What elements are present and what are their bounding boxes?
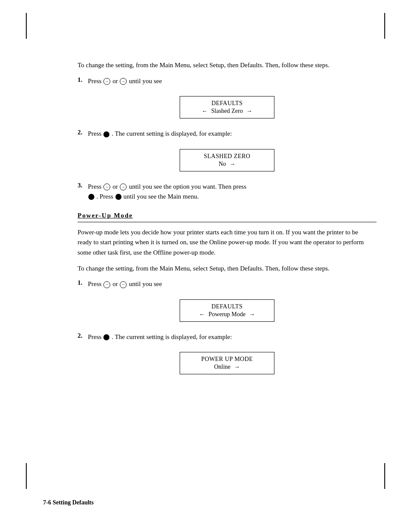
minus-button-1a[interactable] — [103, 78, 110, 85]
power-lcd2-title: POWER UP MODE — [193, 356, 261, 363]
power-lcd-box-1-wrapper: DEFAULTS ← Powerup Mode → — [78, 295, 377, 326]
lcd1-left-arrow: ← — [202, 108, 208, 115]
power-lcd-box-2: POWER UP MODE Online → — [180, 352, 274, 374]
power-step-1-num: 1. — [78, 279, 86, 286]
power-lcd-box-2-wrapper: POWER UP MODE Online → — [78, 348, 377, 379]
power-minus-1b[interactable] — [120, 281, 127, 288]
border-top-right — [384, 13, 385, 39]
step-3: 3. Press or until you see the option you… — [78, 182, 371, 202]
power-lcd1-label: Powerup Mode — [209, 311, 246, 318]
power-lcd-box-1: DEFAULTS ← Powerup Mode → — [180, 299, 274, 322]
power-lcd2-row: Online → — [193, 364, 261, 370]
step-3-until2: until you see the Main menu. — [123, 193, 199, 200]
lcd-box-2: SLASHED ZERO No → — [180, 149, 274, 171]
lcd2-row: No → — [193, 161, 261, 168]
lcd-box-2-wrapper: SLASHED ZERO No → — [78, 145, 377, 176]
border-top-left — [26, 13, 27, 39]
step-1: 1. Press or until you see — [78, 76, 371, 86]
lcd-box-1-wrapper: DEFAULTS ← Slashed Zero → — [78, 92, 377, 123]
border-bottom-left — [26, 463, 27, 489]
step-3-content: Press or until you see the option you wa… — [88, 182, 371, 202]
power-step-1-until: until you see — [129, 280, 162, 287]
power-lcd1-right-arrow: → — [249, 311, 255, 318]
step-3-or: or — [112, 183, 119, 190]
step-2-content: Press . The current setting is displayed… — [88, 129, 371, 139]
step-1-press: Press — [88, 78, 102, 84]
step-2-press: Press — [88, 130, 102, 137]
power-step-2-content: Press . The current setting is displayed… — [88, 332, 371, 342]
power-lcd1-title: DEFAULTS — [193, 303, 261, 310]
lcd1-row: ← Slashed Zero → — [193, 108, 261, 115]
power-lcd2-label: Online — [214, 364, 230, 370]
power-step-2-desc: . The current setting is displayed, for … — [112, 333, 232, 340]
bullet-button-2[interactable] — [103, 131, 109, 137]
step-1-num: 1. — [78, 76, 86, 84]
lcd-box-1: DEFAULTS ← Slashed Zero → — [180, 96, 274, 118]
slashed-zero-intro: To change the setting, from the Main Men… — [78, 60, 371, 70]
step-3-press1: Press — [88, 183, 102, 190]
power-step-1-press: Press — [88, 280, 102, 287]
step-3-press2: . Press — [97, 193, 113, 200]
power-bullet-2[interactable] — [103, 334, 109, 340]
lcd1-title: DEFAULTS — [193, 100, 261, 107]
power-lcd2-right-arrow: → — [234, 364, 240, 370]
minus-button-3b[interactable] — [120, 184, 127, 190]
power-up-intro: To change the setting, from the Main Men… — [78, 264, 371, 274]
main-content: To change the setting, from the Main Men… — [78, 60, 377, 379]
lcd1-right-arrow: → — [246, 108, 252, 115]
border-bottom-right — [384, 463, 385, 489]
lcd2-right-arrow: → — [230, 161, 236, 168]
lcd2-title: SLASHED ZERO — [193, 153, 261, 160]
power-step-2-num: 2. — [78, 332, 86, 339]
power-step-1: 1. Press or until you see — [78, 279, 371, 289]
power-minus-1a[interactable] — [103, 281, 110, 288]
step-1-content: Press or until you see — [88, 76, 371, 86]
step-2-desc: . The current setting is displayed, for … — [112, 130, 232, 137]
power-step-2-press: Press — [88, 333, 102, 340]
power-step-2: 2. Press . The current setting is displa… — [78, 332, 371, 342]
bullet-button-3b[interactable] — [115, 194, 121, 200]
minus-button-1b[interactable] — [120, 78, 127, 85]
power-lcd1-left-arrow: ← — [199, 311, 205, 318]
power-up-body: Power-up mode lets you decide how your p… — [78, 227, 371, 258]
step-2-num: 2. — [78, 129, 86, 136]
minus-button-3a[interactable] — [103, 184, 110, 190]
step-1-or: or — [112, 78, 119, 84]
step-1-until: until you see — [129, 78, 162, 84]
bullet-button-3a[interactable] — [88, 194, 94, 200]
power-step-1-or: or — [112, 280, 119, 287]
footer: 7-6 Setting Defaults — [43, 499, 93, 506]
lcd2-label: No — [218, 161, 226, 168]
step-2: 2. Press . The current setting is displa… — [78, 129, 371, 139]
step-3-until1: until you see the option you want. Then … — [129, 183, 246, 190]
section-divider — [78, 222, 377, 222]
power-lcd1-row: ← Powerup Mode → — [193, 311, 261, 318]
page: To change the setting, from the Main Men… — [0, 0, 411, 532]
power-step-1-content: Press or until you see — [88, 279, 371, 289]
power-up-heading: Power-Up Mode — [78, 212, 377, 219]
step-3-num: 3. — [78, 182, 86, 189]
lcd1-label: Slashed Zero — [211, 108, 243, 115]
